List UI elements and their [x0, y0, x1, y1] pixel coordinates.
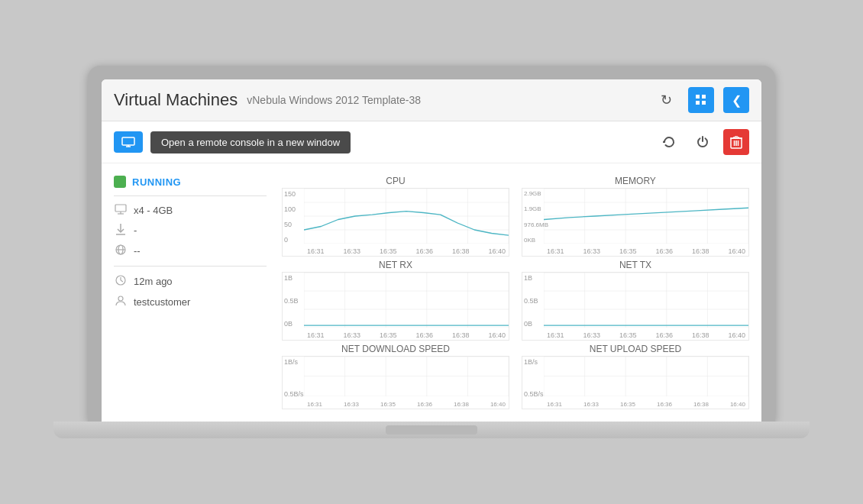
- console-label: Open a remote console in a new window: [150, 131, 351, 153]
- net-tx-xaxis: 16:3116:3316:3516:3616:3816:40: [544, 331, 748, 340]
- cpu-chart-block: CPU 150100500: [282, 176, 509, 257]
- net-upload-chart-block: NET UPLOAD SPEED 1B/s0.5B/s: [522, 344, 749, 409]
- net-rx-chart: 1B0.5B0B: [282, 272, 509, 341]
- user-icon: [114, 295, 128, 309]
- svg-rect-0: [696, 95, 700, 99]
- status-row: RUNNING: [114, 176, 267, 188]
- specs-row: x4 - 4GB: [114, 201, 267, 220]
- user-value: testcustomer: [134, 296, 190, 308]
- net-rx-chart-block: NET RX 1B0.5B0B: [282, 260, 509, 341]
- net-tx-chart: 1B0.5B0B: [522, 272, 749, 341]
- main-content: RUNNING x4 - 4GB: [102, 163, 761, 422]
- download-row: -: [114, 220, 267, 241]
- status-label: RUNNING: [132, 176, 181, 188]
- time-row: 12m ago: [114, 271, 267, 292]
- net-upload-yaxis: 1B/s0.5B/s: [522, 357, 545, 409]
- globe-icon: [114, 244, 128, 258]
- laptop-bezel: Virtual Machines vNebula Windows 2012 Te…: [88, 66, 775, 422]
- net-upload-chart: 1B/s0.5B/s: [522, 356, 749, 409]
- status-dot: [114, 176, 126, 188]
- laptop-outer: Virtual Machines vNebula Windows 2012 Te…: [88, 66, 775, 438]
- net-download-yaxis: 1B/s0.5B/s: [283, 357, 305, 409]
- memory-chart-title: MEMORY: [522, 176, 749, 186]
- console-icon-button[interactable]: [114, 131, 143, 153]
- svg-rect-2: [696, 101, 700, 105]
- net-download-chart: 1B/s0.5B/s: [282, 356, 509, 409]
- download-icon: [114, 223, 128, 237]
- net-upload-xaxis: 16:3116:3316:3516:3616:3816:40: [544, 400, 748, 409]
- divider-1: [114, 195, 267, 196]
- net-tx-chart-title: NET TX: [522, 260, 749, 270]
- grid-view-button[interactable]: [688, 87, 714, 113]
- net-tx-chart-block: NET TX 1B0.5B0B: [522, 260, 749, 341]
- user-row: testcustomer: [114, 292, 267, 312]
- network-value: --: [134, 245, 141, 257]
- net-upload-chart-title: NET UPLOAD SPEED: [522, 344, 749, 354]
- app-header: Virtual Machines vNebula Windows 2012 Te…: [102, 79, 761, 121]
- memory-chart: 2.9GB1.9GB976.6MB0KB: [522, 188, 749, 257]
- toolbar: Open a remote console in a new window: [102, 121, 761, 163]
- divider-2: [114, 266, 267, 267]
- net-download-xaxis: 16:3116:3316:3516:3616:3816:40: [304, 400, 509, 409]
- net-rx-chart-title: NET RX: [282, 260, 509, 270]
- laptop-screen: Virtual Machines vNebula Windows 2012 Te…: [102, 79, 761, 422]
- download-value: -: [134, 225, 137, 236]
- refresh-vm-button[interactable]: [656, 129, 682, 155]
- delete-button[interactable]: [723, 129, 749, 155]
- cpu-xaxis: 16:3116:3316:3516:3616:3816:40: [304, 247, 509, 256]
- net-download-chart-title: NET DOWNLOAD SPEED: [282, 344, 509, 354]
- svg-rect-1: [702, 95, 706, 99]
- monitor-icon: [114, 204, 128, 217]
- memory-xaxis: 16:3116:3316:3516:3616:3816:40: [544, 247, 748, 256]
- net-rx-xaxis: 16:3116:3316:3516:3616:3816:40: [304, 331, 509, 340]
- memory-chart-block: MEMORY 2.9GB1.9GB976.6MB0KB: [522, 176, 749, 257]
- svg-rect-4: [122, 137, 134, 145]
- svg-rect-3: [702, 101, 706, 105]
- net-rx-yaxis: 1B0.5B0B: [283, 273, 300, 340]
- laptop-base: [53, 422, 810, 438]
- laptop-touchpad: [386, 425, 477, 435]
- network-row: --: [114, 241, 267, 261]
- left-panel: RUNNING x4 - 4GB: [114, 176, 267, 409]
- svg-line-25: [121, 280, 123, 282]
- time-value: 12m ago: [134, 276, 173, 287]
- specs-value: x4 - 4GB: [134, 205, 173, 216]
- clock-icon: [114, 274, 128, 289]
- svg-point-26: [118, 296, 123, 301]
- cpu-yaxis: 150100500: [283, 189, 297, 256]
- back-button[interactable]: ❮: [723, 87, 749, 113]
- charts-panel: CPU 150100500: [282, 176, 749, 409]
- page-subtitle: vNebula Windows 2012 Template-38: [247, 94, 421, 106]
- net-tx-yaxis: 1B0.5B0B: [522, 273, 540, 340]
- cpu-chart-title: CPU: [282, 176, 509, 186]
- power-button[interactable]: [690, 129, 716, 155]
- svg-rect-15: [115, 205, 126, 212]
- page-title: Virtual Machines: [114, 90, 238, 110]
- net-download-chart-block: NET DOWNLOAD SPEED 1B/s0.5B/s: [282, 344, 509, 409]
- refresh-button[interactable]: ↻: [653, 87, 679, 113]
- cpu-chart: 150100500: [282, 188, 509, 257]
